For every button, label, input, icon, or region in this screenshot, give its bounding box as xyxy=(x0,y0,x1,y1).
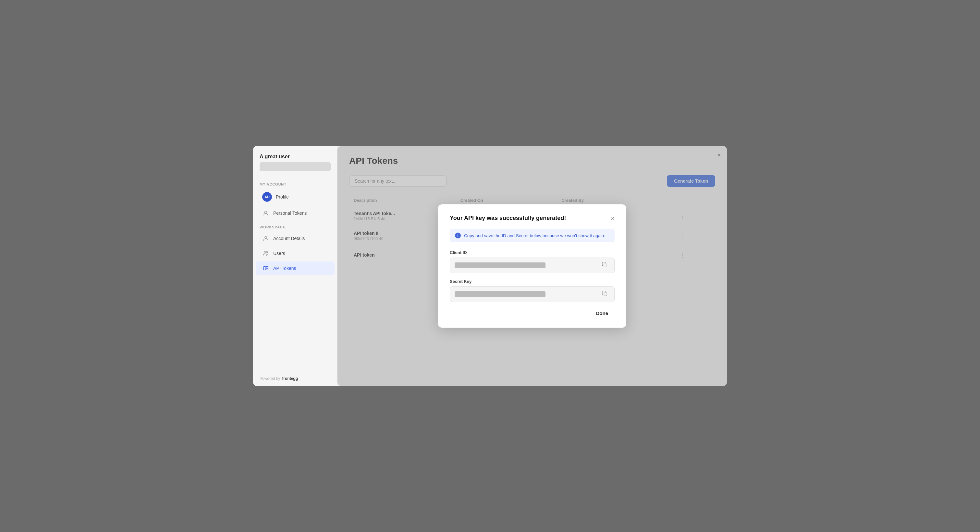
svg-rect-7 xyxy=(604,264,607,267)
svg-point-3 xyxy=(266,251,268,253)
footer-label: Powered by xyxy=(259,376,280,381)
sidebar: A great user MY ACCOUNT AU Profile Perso… xyxy=(253,146,337,386)
sidebar-item-users[interactable]: Users xyxy=(256,246,334,260)
svg-rect-6 xyxy=(266,268,268,270)
secret-key-field xyxy=(450,286,615,302)
svg-point-1 xyxy=(265,237,267,238)
sidebar-search-bar xyxy=(259,162,331,171)
info-banner: i Copy and save the ID and Secret below … xyxy=(450,229,615,242)
my-account-label: MY ACCOUNT xyxy=(253,178,337,188)
secret-key-label: Secret Key xyxy=(450,279,615,284)
modal-footer: Done xyxy=(450,308,615,319)
workspace-label: WORKSPACE xyxy=(253,221,337,231)
users-icon xyxy=(262,250,269,257)
done-button[interactable]: Done xyxy=(590,308,615,319)
sidebar-item-label: Users xyxy=(273,251,285,256)
sidebar-username: A great user xyxy=(259,154,331,160)
api-tokens-icon xyxy=(262,265,269,272)
client-id-field xyxy=(450,257,615,273)
secret-key-value xyxy=(455,291,546,297)
svg-rect-5 xyxy=(266,267,268,268)
sidebar-item-personal-tokens[interactable]: Personal Tokens xyxy=(256,206,334,220)
app-window: × A great user MY ACCOUNT AU Profile Per… xyxy=(253,146,727,386)
main-content: API Tokens Generate Token Description Cr… xyxy=(337,146,727,386)
footer-brand: frontegg xyxy=(282,376,298,381)
modal-header: Your API key was successfully generated!… xyxy=(450,215,615,222)
account-details-icon xyxy=(262,235,269,242)
info-icon: i xyxy=(455,233,461,238)
modal-overlay: Your API key was successfully generated!… xyxy=(337,146,727,386)
svg-point-0 xyxy=(264,211,267,213)
client-id-label: Client ID xyxy=(450,250,615,255)
modal-title: Your API key was successfully generated! xyxy=(450,215,566,222)
profile-avatar: AU xyxy=(262,192,272,202)
sidebar-item-label: Personal Tokens xyxy=(273,211,307,216)
sidebar-item-api-tokens[interactable]: API Tokens xyxy=(256,262,334,275)
svg-point-2 xyxy=(264,252,266,253)
client-id-value xyxy=(455,262,546,268)
sidebar-item-label: API Tokens xyxy=(273,266,296,271)
sidebar-item-profile[interactable]: AU Profile xyxy=(256,189,334,205)
svg-rect-4 xyxy=(264,267,266,270)
modal: Your API key was successfully generated!… xyxy=(438,204,626,328)
personal-tokens-icon xyxy=(262,210,269,217)
sidebar-item-account-details[interactable]: Account Details xyxy=(256,232,334,245)
copy-client-id-button[interactable] xyxy=(600,261,610,270)
sidebar-footer: Powered by frontegg xyxy=(253,371,337,386)
sidebar-item-label: Account Details xyxy=(273,236,305,241)
modal-close-button[interactable]: × xyxy=(611,215,615,222)
copy-secret-key-button[interactable] xyxy=(600,290,610,299)
sidebar-user-section: A great user xyxy=(253,154,337,178)
sidebar-item-label: Profile xyxy=(276,194,289,200)
info-text: Copy and save the ID and Secret below be… xyxy=(464,233,605,238)
svg-rect-8 xyxy=(604,292,607,296)
